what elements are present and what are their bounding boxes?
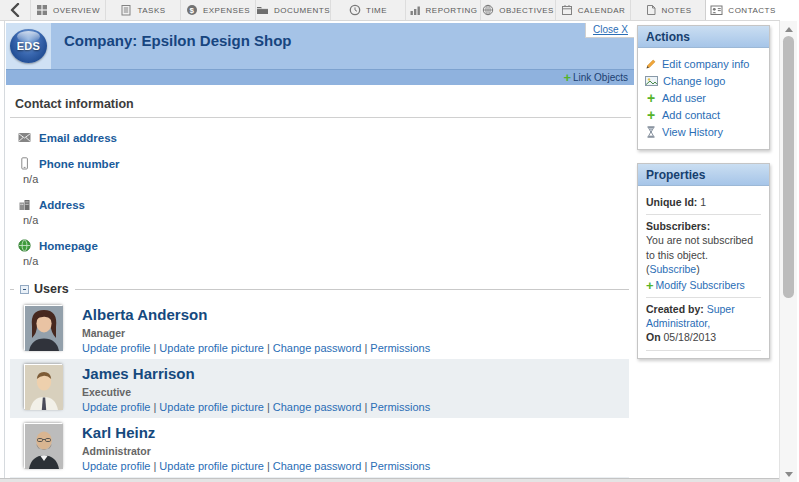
user-role: Executive bbox=[82, 386, 629, 398]
subscribers-text: You are not subscribed to this object. bbox=[646, 234, 753, 260]
contacts-icon bbox=[710, 4, 723, 16]
created-by-row: Created by: Super Administrator, On 05/1… bbox=[646, 298, 761, 351]
tab-label: TASKS bbox=[137, 6, 165, 15]
tab-objectives[interactable]: OBJECTIVES bbox=[480, 0, 555, 20]
scroll-down-button[interactable] bbox=[780, 468, 798, 480]
tab-tasks[interactable]: TASKS bbox=[105, 0, 180, 20]
change-password-link[interactable]: Change password bbox=[273, 460, 362, 472]
phone-link[interactable]: Phone number bbox=[18, 157, 634, 170]
tab-notes[interactable]: NOTES bbox=[630, 0, 705, 20]
phone-value: n/a bbox=[23, 173, 634, 185]
tab-expenses[interactable]: $ EXPENSES bbox=[180, 0, 255, 20]
calendar-icon bbox=[561, 4, 573, 16]
back-button[interactable] bbox=[0, 0, 30, 20]
email-link[interactable]: Email address bbox=[18, 131, 634, 144]
tab-label: NOTES bbox=[662, 6, 692, 15]
scroll-up-button[interactable] bbox=[780, 23, 798, 35]
user-row: Karl Heinz Administrator Update profile|… bbox=[10, 418, 629, 477]
add-contact-button[interactable]: + Add contact bbox=[645, 107, 763, 124]
user-avatar bbox=[24, 305, 62, 350]
company-header: EDS Company: Epsilon Design Shop Close X… bbox=[6, 23, 634, 85]
main-content: EDS Company: Epsilon Design Shop Close X… bbox=[4, 21, 634, 478]
update-profile-link[interactable]: Update profile bbox=[82, 401, 151, 413]
contact-field-address: Address n/a bbox=[18, 198, 634, 226]
unique-id-value: 1 bbox=[700, 196, 706, 208]
expenses-icon: $ bbox=[186, 4, 198, 16]
update-profile-picture-link[interactable]: Update profile picture bbox=[159, 460, 264, 472]
change-password-link[interactable]: Change password bbox=[273, 342, 362, 354]
view-history-button[interactable]: View History bbox=[645, 124, 763, 141]
tab-label: OVERVIEW bbox=[53, 6, 100, 15]
company-logo-cell: EDS bbox=[6, 23, 51, 69]
company-logo: EDS bbox=[10, 29, 47, 63]
back-icon bbox=[10, 3, 20, 17]
modify-subscribers-button[interactable]: +Modify Subscribers bbox=[646, 278, 761, 292]
user-avatar bbox=[24, 423, 62, 468]
change-logo-button[interactable]: Change logo bbox=[645, 73, 763, 90]
vertical-scrollbar[interactable] bbox=[779, 21, 797, 482]
permissions-link[interactable]: Permissions bbox=[370, 342, 430, 354]
address-icon bbox=[18, 198, 31, 211]
tab-contacts[interactable]: CONTACTS bbox=[705, 0, 780, 20]
link-objects-bar: +Link Objects bbox=[6, 69, 634, 85]
tab-calendar[interactable]: CALENDAR bbox=[555, 0, 630, 20]
user-links: Update profile|Update profile picture|Ch… bbox=[82, 401, 629, 413]
close-button[interactable]: Close X bbox=[585, 23, 634, 38]
subscribe-link[interactable]: Subscribe bbox=[650, 263, 697, 275]
actions-panel-title: Actions bbox=[638, 26, 769, 48]
tab-time[interactable]: TIME bbox=[330, 0, 405, 20]
tab-documents[interactable]: DOCUMENTS bbox=[255, 0, 330, 20]
link-objects-button[interactable]: +Link Objects bbox=[563, 72, 628, 83]
sidebar: Actions Edit company info Change logo bbox=[637, 25, 770, 372]
homepage-value: n/a bbox=[23, 255, 634, 267]
tab-reporting[interactable]: REPORTING bbox=[405, 0, 480, 20]
tasks-icon bbox=[120, 4, 132, 16]
update-profile-picture-link[interactable]: Update profile picture bbox=[159, 401, 264, 413]
add-user-button[interactable]: + Add user bbox=[645, 90, 763, 107]
edit-company-info-button[interactable]: Edit company info bbox=[645, 56, 763, 73]
svg-text:$: $ bbox=[189, 6, 194, 15]
user-role: Manager bbox=[82, 327, 629, 339]
tab-label: TIME bbox=[366, 6, 387, 15]
plus-icon: + bbox=[563, 70, 573, 85]
permissions-link[interactable]: Permissions bbox=[370, 460, 430, 472]
update-profile-picture-link[interactable]: Update profile picture bbox=[159, 342, 264, 354]
user-links: Update profile|Update profile picture|Ch… bbox=[82, 342, 629, 354]
homepage-icon bbox=[18, 239, 31, 252]
update-profile-link[interactable]: Update profile bbox=[82, 342, 151, 354]
plus-icon: + bbox=[645, 110, 657, 120]
app-window: OVERVIEW TASKS $ EXPENSES DOCUMENTS bbox=[0, 0, 799, 482]
update-profile-link[interactable]: Update profile bbox=[82, 460, 151, 472]
image-icon bbox=[645, 75, 658, 87]
homepage-link[interactable]: Homepage bbox=[18, 239, 634, 252]
tab-bar: OVERVIEW TASKS $ EXPENSES DOCUMENTS bbox=[0, 0, 780, 21]
plus-icon: + bbox=[645, 93, 657, 103]
section-divider bbox=[10, 117, 631, 118]
change-password-link[interactable]: Change password bbox=[273, 401, 362, 413]
bottom-edge bbox=[0, 478, 779, 482]
permissions-link[interactable]: Permissions bbox=[370, 401, 430, 413]
time-icon bbox=[349, 4, 361, 16]
email-icon bbox=[18, 131, 31, 144]
user-name: Alberta Anderson bbox=[82, 305, 629, 323]
properties-panel-title: Properties bbox=[638, 164, 769, 186]
tab-label: REPORTING bbox=[426, 6, 478, 15]
documents-icon bbox=[256, 4, 269, 16]
user-row: James Harrison Executive Update profile|… bbox=[10, 359, 629, 418]
user-links: Update profile|Update profile picture|Ch… bbox=[82, 460, 629, 472]
page-title: Company: Epsilon Design Shop bbox=[64, 32, 292, 49]
properties-panel: Properties Unique Id: 1 Subscribers: You… bbox=[637, 163, 770, 359]
collapse-icon[interactable] bbox=[20, 285, 29, 294]
objectives-icon bbox=[482, 4, 494, 16]
notes-icon bbox=[645, 4, 657, 16]
contact-field-email: Email address bbox=[18, 131, 634, 144]
address-link[interactable]: Address bbox=[18, 198, 634, 211]
user-row: Alberta Anderson Manager Update profile|… bbox=[10, 300, 629, 359]
contact-field-homepage: Homepage n/a bbox=[18, 239, 634, 267]
unique-id-row: Unique Id: 1 bbox=[646, 191, 761, 215]
user-name: Karl Heinz bbox=[82, 423, 629, 441]
tab-label: CONTACTS bbox=[728, 6, 775, 15]
contact-field-phone: Phone number n/a bbox=[18, 157, 634, 185]
scrollbar-thumb[interactable] bbox=[783, 36, 794, 298]
tab-overview[interactable]: OVERVIEW bbox=[30, 0, 105, 20]
